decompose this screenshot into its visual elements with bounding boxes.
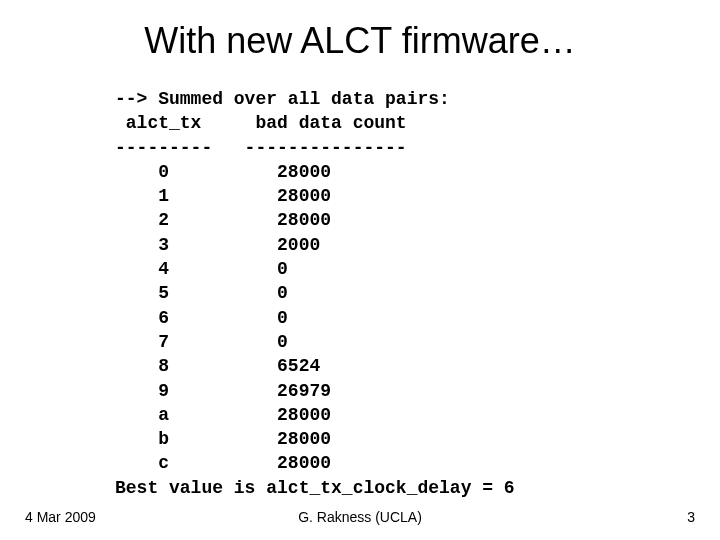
footer-author: G. Rakness (UCLA)	[298, 509, 422, 525]
divider-line: --------- ---------------	[115, 138, 407, 158]
table-row: b	[115, 429, 169, 449]
table-row: 0	[169, 332, 288, 352]
data-block: --> Summed over all data pairs: alct_tx …	[115, 87, 720, 500]
table-row: 3	[115, 235, 169, 255]
column-headers: alct_tx bad data count	[115, 113, 407, 133]
table-row: 0	[115, 162, 169, 182]
table-row: 2	[115, 210, 169, 230]
table-row: 28000	[169, 210, 331, 230]
table-row: 6	[115, 308, 169, 328]
table-row: 8	[115, 356, 169, 376]
table-row: 4	[115, 259, 169, 279]
table-row: 1	[115, 186, 169, 206]
table-row: 28000	[169, 186, 331, 206]
table-row: 9	[115, 381, 169, 401]
table-row: 0	[169, 259, 288, 279]
footer-page: 3	[687, 509, 695, 525]
table-row: 26979	[169, 381, 331, 401]
page-title: With new ALCT firmware…	[0, 0, 720, 62]
footer: 4 Mar 2009 G. Rakness (UCLA) 3	[0, 509, 720, 525]
table-row: 2000	[169, 235, 320, 255]
table-row: 28000	[169, 405, 331, 425]
footer-date: 4 Mar 2009	[25, 509, 96, 525]
table-row: 5	[115, 283, 169, 303]
table-row: a	[115, 405, 169, 425]
table-row: 28000	[169, 429, 331, 449]
best-value-line: Best value is alct_tx_clock_delay = 6	[115, 478, 515, 498]
table-row: 7	[115, 332, 169, 352]
table-row: c	[115, 453, 169, 473]
table-row: 6524	[169, 356, 320, 376]
header-line: --> Summed over all data pairs:	[115, 89, 450, 109]
table-row: 0	[169, 283, 288, 303]
table-row: 28000	[169, 162, 331, 182]
table-row: 28000	[169, 453, 331, 473]
table-row: 0	[169, 308, 288, 328]
